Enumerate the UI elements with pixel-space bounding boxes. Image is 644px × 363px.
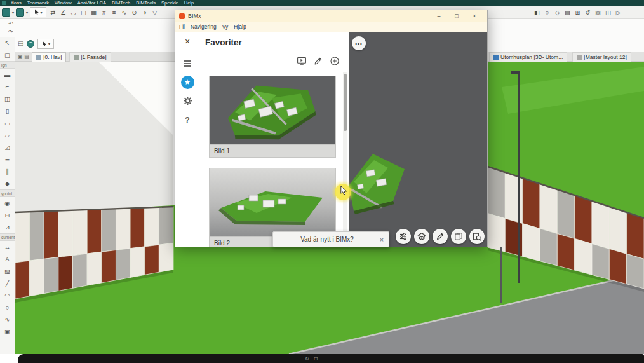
menu-item[interactable]: tions bbox=[11, 0, 22, 6]
dimension-tool-icon[interactable]: ↔ bbox=[0, 241, 15, 253]
quickbar-icon[interactable]: ↷ bbox=[8, 29, 13, 35]
terrain-thumbnail bbox=[210, 168, 335, 236]
toolbar-icon[interactable]: ◧ bbox=[532, 9, 542, 16]
circle-tool-icon[interactable]: ○ bbox=[0, 301, 15, 313]
slab-tool-icon[interactable]: ▱ bbox=[0, 129, 15, 141]
light-pole[interactable] bbox=[518, 71, 520, 283]
toolbar-icon[interactable]: ≡ bbox=[109, 9, 119, 16]
text-tool-icon[interactable]: A bbox=[0, 253, 15, 265]
toolbar-icon[interactable]: ◑ bbox=[140, 9, 149, 16]
menu-fil[interactable]: Fil bbox=[179, 24, 185, 30]
arrow-tool-button[interactable]: ▾ bbox=[37, 39, 54, 49]
close-icon[interactable]: × bbox=[175, 36, 199, 46]
fill-tool-icon[interactable]: ▨ bbox=[0, 265, 15, 277]
menu-hjalp[interactable]: Hjälp bbox=[234, 24, 246, 30]
arc-tool-icon[interactable]: ◠ bbox=[0, 289, 15, 301]
bimx-titlebar[interactable]: BIMx – □ × bbox=[175, 10, 487, 22]
view-tab[interactable]: [1 Fasade] bbox=[69, 52, 111, 62]
layouts-icon[interactable] bbox=[451, 229, 466, 244]
settings-gear-icon[interactable] bbox=[175, 96, 199, 108]
close-button[interactable]: × bbox=[466, 10, 483, 22]
view-tab[interactable]: [Master layout 12] bbox=[572, 52, 631, 62]
toolbar-icon[interactable]: ∠ bbox=[58, 9, 68, 16]
overlay-bar[interactable]: ↻⊡ bbox=[18, 354, 644, 363]
menu-item[interactable]: Speckle bbox=[161, 0, 178, 6]
window-arrange-icon[interactable]: ▤ bbox=[25, 54, 30, 60]
beam-tool-icon[interactable]: ▭ bbox=[0, 117, 15, 129]
elevation-tool-icon[interactable]: ⊿ bbox=[0, 221, 15, 233]
toolbar-icon[interactable]: ↺ bbox=[583, 9, 593, 16]
favorite-item[interactable]: Bild 1 bbox=[209, 76, 336, 158]
marquee-tool-icon[interactable]: ▢ bbox=[0, 49, 15, 61]
window-arrange-icon[interactable]: ▣ bbox=[18, 54, 23, 60]
section-tool-icon[interactable]: ⊟ bbox=[0, 209, 15, 221]
scrollbar-thumb[interactable] bbox=[344, 74, 347, 131]
toolbar-icon[interactable]: ⇄ bbox=[48, 9, 58, 16]
menu-item[interactable]: Window bbox=[55, 0, 72, 6]
scrollbar[interactable] bbox=[343, 72, 347, 247]
chevron-down-icon[interactable]: ▾ bbox=[26, 10, 28, 15]
toolbar-icon[interactable]: ▤ bbox=[563, 9, 572, 16]
door-tool-icon[interactable]: ⌐ bbox=[0, 81, 15, 93]
column-tool-icon[interactable]: ▯ bbox=[0, 105, 15, 117]
toolbar-icon[interactable]: ◇ bbox=[553, 9, 562, 16]
roof-tool-icon[interactable]: ◿ bbox=[0, 141, 15, 153]
detail-tool-icon[interactable]: ▣ bbox=[0, 325, 15, 338]
toolbar-icon[interactable]: ▢ bbox=[79, 9, 88, 16]
arrow-tool-icon[interactable]: ↖ bbox=[0, 37, 15, 49]
tooltip-close-icon[interactable]: × bbox=[375, 236, 389, 243]
window-tool-icon[interactable]: ◫ bbox=[0, 93, 15, 105]
favorites-star-icon[interactable]: ★ bbox=[175, 76, 199, 89]
toolbar-icon[interactable]: ▧ bbox=[593, 9, 603, 16]
camera-tool-icon[interactable]: ◉ bbox=[0, 197, 15, 209]
menu-item[interactable]: Help bbox=[184, 0, 194, 6]
menu-vy[interactable]: Vy bbox=[222, 24, 229, 30]
filter-sliders-icon[interactable] bbox=[396, 229, 411, 244]
orbit-icon[interactable] bbox=[27, 40, 34, 48]
whats-new-tooltip[interactable]: Vad är nytt i BIMx? × bbox=[272, 231, 389, 247]
toolbar-icon[interactable]: ∿ bbox=[119, 9, 129, 16]
spline-tool-icon[interactable]: ∿ bbox=[0, 313, 15, 325]
maximize-button[interactable]: □ bbox=[448, 10, 466, 22]
menu-item[interactable]: AnaVitor LCA bbox=[77, 0, 106, 6]
morph-tool-icon[interactable]: ◆ bbox=[0, 177, 15, 189]
more-button[interactable]: ••• bbox=[352, 36, 366, 50]
line-tool-icon[interactable]: ╱ bbox=[0, 277, 15, 289]
chevron-down-icon[interactable]: ▾ bbox=[12, 10, 14, 15]
zoom-icon[interactable] bbox=[469, 229, 485, 244]
toolbar-icon[interactable]: ▽ bbox=[150, 9, 159, 16]
bimx-3d-viewport[interactable]: ••• bbox=[349, 32, 487, 247]
pages-icon[interactable]: ▤ bbox=[18, 40, 23, 47]
element-color-chip[interactable] bbox=[2, 8, 10, 17]
layer-color-chip[interactable] bbox=[16, 8, 24, 17]
arrow-tool-button[interactable]: ▾ bbox=[30, 7, 46, 17]
toolbar-icon[interactable]: ⊞ bbox=[573, 9, 582, 16]
overlay-bar-icon[interactable]: ⊡ bbox=[314, 356, 318, 362]
overlay-bar-icon[interactable]: ↻ bbox=[305, 356, 309, 362]
stair-tool-icon[interactable]: ≣ bbox=[0, 153, 15, 165]
toolbar-icon[interactable]: ◫ bbox=[603, 9, 613, 16]
layers-icon[interactable] bbox=[414, 229, 429, 244]
view-tab[interactable]: [0. Hav] bbox=[32, 52, 66, 62]
toolbar-icon[interactable]: ○ bbox=[542, 9, 552, 16]
menu-item[interactable]: Teamwork bbox=[27, 0, 49, 6]
toolbar-icon[interactable]: ◡ bbox=[69, 9, 78, 16]
minimize-button[interactable]: – bbox=[430, 10, 448, 22]
view-tab[interactable]: Utomhusplan [3D- Utom... bbox=[489, 52, 567, 62]
toolbar-icon[interactable]: # bbox=[99, 9, 109, 16]
menu-navigering[interactable]: Navigering bbox=[191, 24, 217, 30]
add-icon[interactable] bbox=[330, 56, 340, 66]
list-icon[interactable] bbox=[175, 58, 199, 70]
toolbar-icon[interactable]: ▷ bbox=[614, 9, 623, 16]
help-icon[interactable]: ? bbox=[175, 116, 199, 125]
menu-item[interactable]: BIMTools bbox=[136, 0, 156, 6]
wall-tool-icon[interactable]: ▬ bbox=[0, 69, 15, 81]
quickbar-icon[interactable]: ↶ bbox=[8, 20, 13, 27]
slideshow-icon[interactable] bbox=[297, 56, 307, 66]
toolbar-icon[interactable]: ▦ bbox=[89, 9, 98, 16]
edit-pencil-icon[interactable] bbox=[313, 56, 323, 66]
measure-pencil-icon[interactable] bbox=[433, 229, 448, 244]
railing-tool-icon[interactable]: ∥ bbox=[0, 165, 15, 177]
menu-item[interactable]: BIMTech bbox=[112, 0, 130, 6]
toolbar-icon[interactable]: ⊙ bbox=[130, 9, 139, 16]
